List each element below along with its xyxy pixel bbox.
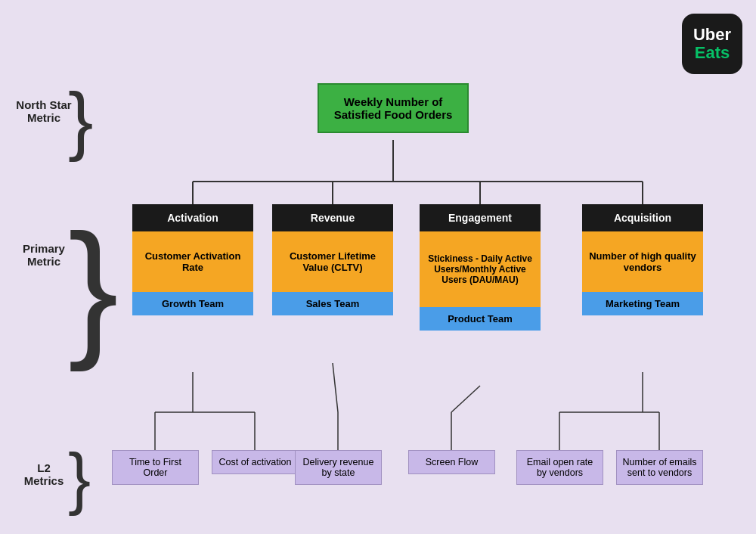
- l2-text-1: Time to First Order: [129, 457, 181, 478]
- activation-body: Customer Activation Rate: [132, 231, 253, 292]
- l2-email-open-rate: Email open rate by vendors: [516, 450, 603, 485]
- revenue-header: Revenue: [272, 204, 393, 231]
- logo-uber-text: Uber: [693, 26, 731, 44]
- svg-line-12: [451, 386, 480, 412]
- acquisition-team: Marketing Team: [582, 292, 703, 315]
- engagement-body: Stickiness - Daily Active Users/Monthly …: [420, 231, 541, 307]
- primary-col-activation: Activation Customer Activation Rate Grow…: [132, 204, 253, 315]
- l2-text-3: Delivery revenue by state: [303, 457, 374, 478]
- primary-metric-brace: }: [68, 212, 119, 363]
- logo-eats-text: Eats: [695, 44, 730, 62]
- l2-text-5: Email open rate by vendors: [527, 457, 593, 478]
- engagement-team: Product Team: [420, 307, 541, 331]
- l2-metrics-brace: }: [68, 444, 91, 512]
- l2-text-6: Number of emails sent to vendors: [623, 457, 697, 478]
- revenue-body: Customer Lifetime Value (CLTV): [272, 231, 393, 292]
- north-star-brace: }: [68, 82, 93, 157]
- l2-metrics-label: L2Metrics: [14, 461, 74, 487]
- north-star-text: Weekly Number of Satisfied Food Orders: [334, 95, 453, 121]
- l2-cost-of-activation: Cost of activation: [212, 450, 299, 474]
- svg-line-10: [333, 363, 338, 412]
- acquisition-header: Acquisition: [582, 204, 703, 231]
- l2-time-to-first-order: Time to First Order: [112, 450, 199, 485]
- revenue-team: Sales Team: [272, 292, 393, 315]
- north-star-label: North StarMetric: [14, 98, 74, 124]
- l2-text-2: Cost of activation: [219, 457, 292, 467]
- primary-metric-label: PrimaryMetric: [14, 242, 74, 268]
- activation-header: Activation: [132, 204, 253, 231]
- l2-screen-flow: Screen Flow: [408, 450, 495, 474]
- north-star-box: Weekly Number of Satisfied Food Orders: [318, 83, 469, 133]
- l2-emails-sent: Number of emails sent to vendors: [616, 450, 703, 485]
- l2-delivery-revenue: Delivery revenue by state: [295, 450, 382, 485]
- uber-eats-logo: Uber Eats: [682, 14, 742, 74]
- activation-team: Growth Team: [132, 292, 253, 315]
- primary-col-acquisition: Acquisition Number of high quality vendo…: [582, 204, 703, 315]
- primary-col-revenue: Revenue Customer Lifetime Value (CLTV) S…: [272, 204, 393, 315]
- l2-text-4: Screen Flow: [426, 457, 478, 467]
- primary-col-engagement: Engagement Stickiness - Daily Active Use…: [420, 204, 541, 331]
- acquisition-body: Number of high quality vendors: [582, 231, 703, 292]
- engagement-header: Engagement: [420, 204, 541, 231]
